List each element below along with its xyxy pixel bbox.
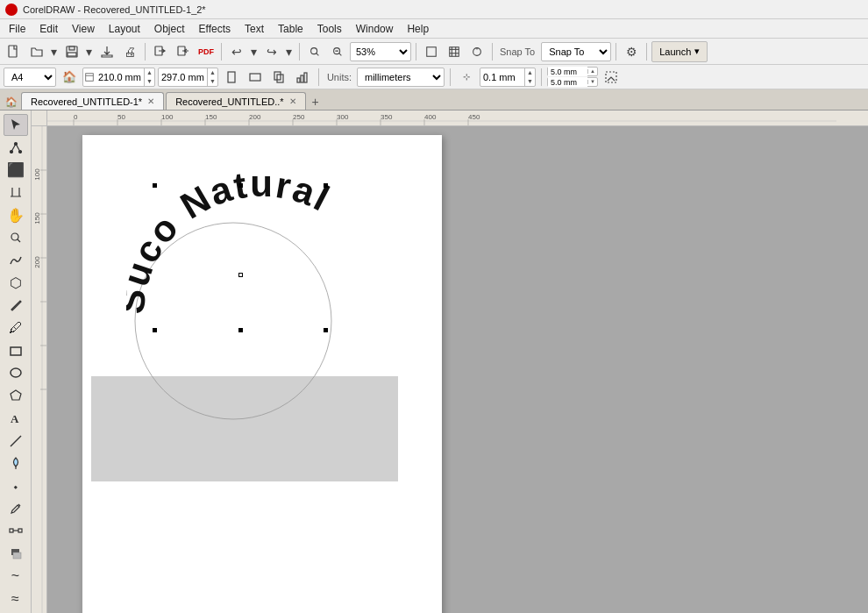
zoom-combo[interactable]: 53% 100% 75% 50%	[350, 42, 411, 61]
dbl-nudge1-spin[interactable]: ▲	[587, 69, 597, 74]
freehand-tool[interactable]	[4, 249, 28, 271]
handle-tm[interactable]	[238, 183, 243, 188]
calligraphy-tool[interactable]: 🖊	[4, 317, 28, 339]
height-field: ▲▼	[158, 68, 218, 87]
node-tool[interactable]	[4, 137, 28, 159]
snap-button[interactable]	[466, 41, 487, 62]
interactive-tool[interactable]: ⬩	[4, 475, 28, 497]
all-pages-button[interactable]	[268, 67, 289, 88]
menu-text[interactable]: Text	[238, 21, 271, 37]
scale-button[interactable]	[601, 67, 622, 88]
portrait-button[interactable]	[221, 67, 242, 88]
sep5	[492, 43, 493, 61]
polygon-tool[interactable]	[4, 385, 28, 407]
landscape-button[interactable]	[245, 67, 266, 88]
units-combo[interactable]: millimeters inches pixels	[357, 68, 445, 87]
menu-edit[interactable]: Edit	[32, 21, 65, 37]
connector-tool[interactable]	[4, 520, 28, 542]
tab-add-button[interactable]: +	[308, 94, 324, 110]
view-mode-button[interactable]	[421, 41, 442, 62]
pen-tool[interactable]	[4, 295, 28, 317]
dbl-nudge1-field: ▲	[547, 67, 598, 76]
open-button[interactable]	[26, 41, 47, 62]
zoom-tool[interactable]	[4, 227, 28, 249]
select-tool[interactable]	[4, 114, 28, 136]
dbl-nudge2-spin[interactable]: ▼	[587, 80, 597, 84]
import-button[interactable]	[150, 41, 171, 62]
eyedropper-tool[interactable]	[4, 497, 28, 519]
line-tool[interactable]	[4, 430, 28, 452]
launch-button[interactable]: Launch ▾	[651, 41, 708, 62]
export-pdf-button[interactable]: PDF	[196, 41, 217, 62]
redo-button[interactable]: ↪	[261, 41, 282, 62]
svg-rect-39	[13, 552, 21, 559]
shape-tool[interactable]: ⬛	[4, 159, 28, 181]
handle-tr[interactable]	[324, 183, 328, 188]
snap-to-combo[interactable]: Snap To	[541, 42, 611, 61]
handle-bm[interactable]	[238, 328, 243, 332]
save-dropdown[interactable]: ▾	[82, 41, 95, 62]
text-tool[interactable]: A	[4, 408, 28, 430]
new-button[interactable]	[4, 41, 25, 62]
menu-object[interactable]: Object	[147, 21, 192, 37]
page-home-button[interactable]: 🏠	[59, 67, 80, 88]
menu-view[interactable]: View	[65, 21, 102, 37]
undo-dropdown[interactable]: ▾	[247, 41, 260, 62]
fill-tool[interactable]	[4, 453, 28, 474]
handle-center[interactable]	[238, 273, 243, 277]
crop-tool[interactable]	[4, 182, 28, 203]
zoom-in-button[interactable]	[304, 41, 325, 62]
smear-tool[interactable]: ~	[4, 566, 28, 588]
page: Suco Natural	[82, 135, 442, 613]
menu-file[interactable]: File	[2, 21, 32, 37]
units-icon-button[interactable]	[292, 67, 313, 88]
smart-draw-tool[interactable]: ⬡	[4, 272, 28, 294]
publish-button[interactable]	[96, 41, 117, 62]
shadow-tool[interactable]	[4, 543, 28, 565]
tab-1-close[interactable]: ✕	[289, 96, 296, 106]
roughen-tool[interactable]: ≈	[4, 588, 28, 609]
height-input[interactable]	[159, 72, 207, 82]
dbl-nudge1-input[interactable]	[548, 67, 587, 76]
handle-tl[interactable]	[153, 183, 157, 188]
save-button[interactable]	[61, 41, 82, 62]
rect-tool[interactable]	[4, 339, 28, 361]
tab-0-close[interactable]: ✕	[147, 96, 154, 106]
main-area: ⬛ ✋ ⬡ 🖊	[0, 110, 868, 613]
menu-tools[interactable]: Tools	[310, 21, 349, 37]
width-spin[interactable]: ▲▼	[144, 68, 154, 86]
handle-br[interactable]	[324, 328, 328, 332]
export-button[interactable]	[173, 41, 194, 62]
ellipse-tool[interactable]	[4, 362, 28, 384]
print-button[interactable]: 🖨	[119, 41, 140, 62]
undo-button[interactable]: ↩	[226, 41, 247, 62]
menu-table[interactable]: Table	[271, 21, 310, 37]
tab-0[interactable]: Recovered_UNTITLED-1* ✕	[21, 92, 164, 110]
nudge-input[interactable]	[480, 72, 524, 82]
toolbar2: A4 🏠 ▲▼ ▲▼	[0, 65, 868, 89]
dbl-nudge2-input[interactable]	[548, 77, 587, 87]
menu-effects[interactable]: Effects	[192, 21, 238, 37]
handle-bl[interactable]	[153, 328, 157, 332]
width-input[interactable]	[96, 72, 144, 82]
options-button[interactable]: ⚙	[621, 41, 642, 62]
menu-layout[interactable]: Layout	[102, 21, 147, 37]
zoom-out-button[interactable]	[327, 41, 348, 62]
menu-help[interactable]: Help	[400, 21, 436, 37]
redo-dropdown[interactable]: ▾	[282, 41, 295, 62]
menu-window[interactable]: Window	[349, 21, 401, 37]
svg-text:0: 0	[74, 113, 78, 121]
tab-home-button[interactable]: 🏠	[4, 94, 19, 110]
svg-marker-32	[11, 390, 21, 400]
nudge-spin[interactable]: ▲▼	[524, 68, 535, 86]
svg-rect-2	[69, 46, 75, 50]
svg-point-26	[10, 151, 12, 153]
open-dropdown[interactable]: ▾	[47, 41, 60, 62]
pan-tool[interactable]: ✋	[4, 204, 28, 226]
tab-1[interactable]: Recovered_UNTITLED..* ✕	[166, 92, 306, 110]
height-spin[interactable]: ▲▼	[207, 68, 217, 86]
page-size-combo[interactable]: A4	[4, 68, 56, 87]
width-field: ▲▼	[82, 68, 155, 87]
grid-button[interactable]	[444, 41, 465, 62]
svg-point-29	[11, 233, 18, 240]
